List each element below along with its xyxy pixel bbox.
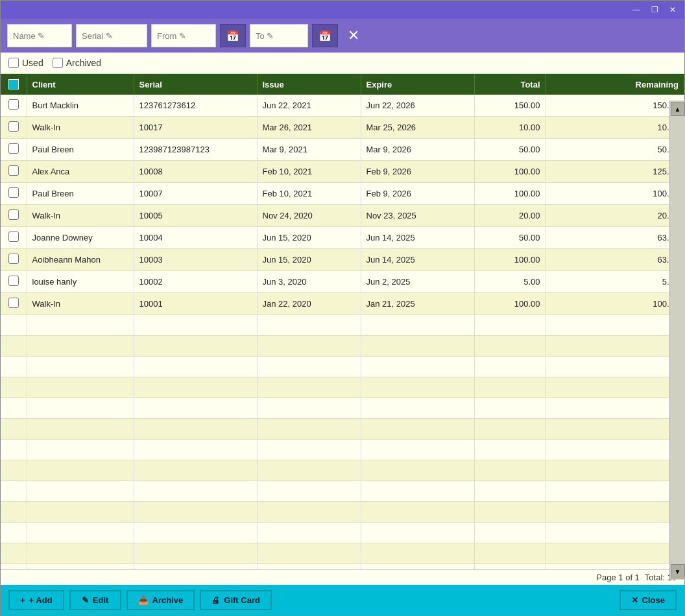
- scrollbar-right: ▲ ▼: [669, 101, 685, 580]
- row-remaining: 63.00: [546, 249, 684, 271]
- row-checkbox[interactable]: [8, 231, 19, 242]
- total-header: Total: [474, 74, 546, 95]
- row-issue: Jun 15, 2020: [257, 227, 361, 249]
- gift-card-button[interactable]: 🖨 Gift Card: [200, 590, 272, 610]
- row-total: 50.00: [474, 227, 546, 249]
- title-bar: — ❐ ✕: [1, 1, 684, 19]
- row-checkbox[interactable]: [8, 298, 19, 308]
- row-serial: 10017: [134, 117, 257, 139]
- name-input[interactable]: [7, 24, 72, 47]
- close-window-button[interactable]: ✕: [666, 3, 679, 16]
- close-button[interactable]: ✕ Close: [619, 590, 677, 610]
- table-row[interactable]: louise hanly10002Jun 3, 2020Jun 2, 20255…: [1, 271, 684, 293]
- select-all-header[interactable]: [1, 74, 27, 95]
- row-serial: 10003: [134, 249, 257, 271]
- used-checkbox[interactable]: [8, 58, 19, 68]
- row-serial: 10008: [134, 161, 257, 183]
- archived-checkbox[interactable]: [53, 58, 63, 68]
- edit-label: Edit: [93, 595, 109, 605]
- status-bar: Page 1 of 1 Total: 10: [1, 569, 684, 585]
- minimize-button[interactable]: —: [630, 3, 643, 16]
- toolbar-clear-button[interactable]: ✕: [342, 24, 365, 47]
- from-input[interactable]: [151, 24, 216, 47]
- used-filter-label[interactable]: Used: [8, 58, 43, 68]
- row-client: Aoibheann Mahon: [27, 249, 134, 271]
- row-total: 150.00: [474, 95, 546, 117]
- archive-label: Archive: [152, 595, 184, 605]
- edit-icon: ✎: [82, 595, 89, 605]
- empty-row: [1, 398, 684, 419]
- row-expire: Mar 25, 2026: [361, 117, 474, 139]
- row-issue: Jan 22, 2020: [257, 293, 361, 315]
- edit-button[interactable]: ✎ Edit: [69, 590, 121, 610]
- row-remaining: 150.00: [546, 95, 684, 117]
- row-remaining: 20.00: [546, 205, 684, 227]
- row-checkbox[interactable]: [8, 143, 19, 154]
- empty-row: [1, 377, 684, 398]
- table-row[interactable]: Paul Breen10007Feb 10, 2021Feb 9, 202610…: [1, 183, 684, 205]
- row-checkbox[interactable]: [8, 209, 19, 220]
- row-checkbox[interactable]: [8, 99, 19, 110]
- row-total: 100.00: [474, 161, 546, 183]
- row-client: louise hanly: [27, 271, 134, 293]
- add-button[interactable]: + + Add: [8, 590, 64, 610]
- row-remaining: 63.00: [546, 227, 684, 249]
- row-checkbox[interactable]: [8, 254, 19, 264]
- calendar-icon: 📅: [226, 30, 239, 42]
- row-total: 5.00: [474, 271, 546, 293]
- table-row[interactable]: Walk-In10005Nov 24, 2020Nov 23, 202520.0…: [1, 205, 684, 227]
- empty-row: [1, 460, 684, 481]
- row-remaining: 100.00: [546, 183, 684, 205]
- scroll-down-button[interactable]: ▼: [671, 564, 685, 578]
- row-expire: Jun 14, 2025: [361, 249, 474, 271]
- row-serial: 123761273612: [134, 95, 257, 117]
- archived-filter-label[interactable]: Archived: [53, 58, 101, 68]
- empty-row: [1, 523, 684, 543]
- table-container: Client Serial Issue Expire Total: [1, 74, 684, 569]
- row-remaining: 10.00: [546, 117, 684, 139]
- restore-button[interactable]: ❐: [648, 3, 661, 16]
- row-checkbox[interactable]: [8, 165, 19, 176]
- row-client: Walk-In: [27, 117, 134, 139]
- remaining-header: Remaining: [546, 74, 684, 95]
- client-header: Client: [27, 74, 134, 95]
- table-row[interactable]: Burt Macklin123761273612Jun 22, 2021Jun …: [1, 95, 684, 117]
- row-client: Paul Breen: [27, 183, 134, 205]
- row-checkbox[interactable]: [8, 276, 19, 286]
- table-row[interactable]: Aoibheann Mahon10003Jun 15, 2020Jun 14, …: [1, 249, 684, 271]
- action-bar: + + Add ✎ Edit 📥 Archive 🖨 Gift Card ✕ C…: [1, 585, 684, 615]
- from-calendar-button[interactable]: 📅: [220, 24, 246, 47]
- row-total: 100.00: [474, 183, 546, 205]
- row-issue: Nov 24, 2020: [257, 205, 361, 227]
- row-expire: Mar 9, 2026: [361, 139, 474, 161]
- table-row[interactable]: Walk-In10017Mar 26, 2021Mar 25, 202610.0…: [1, 117, 684, 139]
- row-remaining: 125.00: [546, 161, 684, 183]
- to-input[interactable]: [250, 24, 308, 47]
- empty-row: [1, 481, 684, 502]
- row-expire: Nov 23, 2025: [361, 205, 474, 227]
- row-issue: Jun 22, 2021: [257, 95, 361, 117]
- row-checkbox[interactable]: [8, 187, 19, 198]
- to-calendar-button[interactable]: 📅: [312, 24, 338, 47]
- row-client: Paul Breen: [27, 139, 134, 161]
- row-serial: 123987123987123: [134, 139, 257, 161]
- row-total: 10.00: [474, 117, 546, 139]
- empty-row: [1, 502, 684, 523]
- row-total: 50.00: [474, 139, 546, 161]
- expire-header: Expire: [361, 74, 474, 95]
- table-row[interactable]: Walk-In10001Jan 22, 2020Jan 21, 2025100.…: [1, 293, 684, 315]
- row-remaining: 100.00: [546, 293, 684, 315]
- row-remaining: 50.00: [546, 139, 684, 161]
- table-row[interactable]: Alex Anca10008Feb 10, 2021Feb 9, 2026100…: [1, 161, 684, 183]
- table-header-row: Client Serial Issue Expire Total: [1, 74, 684, 95]
- row-client: Alex Anca: [27, 161, 134, 183]
- scroll-up-button[interactable]: ▲: [671, 102, 685, 116]
- row-total: 100.00: [474, 293, 546, 315]
- serial-header: Serial: [134, 74, 257, 95]
- empty-row: [1, 419, 684, 440]
- archive-button[interactable]: 📥 Archive: [126, 590, 195, 610]
- table-row[interactable]: Joanne Downey10004Jun 15, 2020Jun 14, 20…: [1, 227, 684, 249]
- table-row[interactable]: Paul Breen123987123987123Mar 9, 2021Mar …: [1, 139, 684, 161]
- serial-input[interactable]: [76, 24, 147, 47]
- row-checkbox[interactable]: [8, 121, 19, 132]
